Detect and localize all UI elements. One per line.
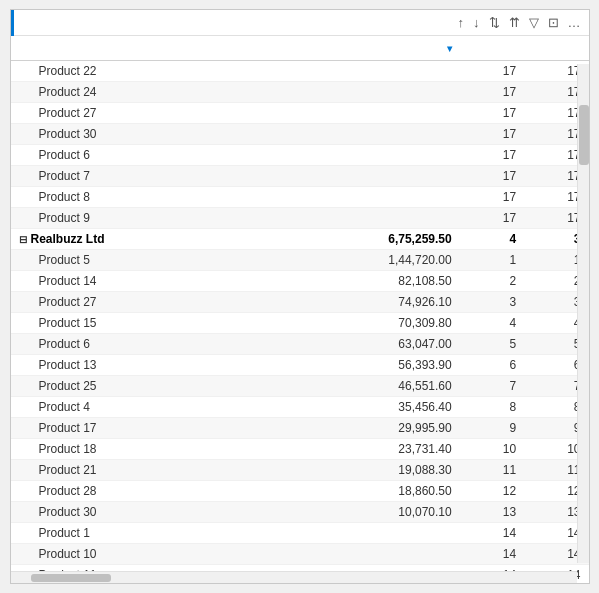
scroll-thumb[interactable] xyxy=(579,105,589,165)
table-row: Product 91717 xyxy=(11,208,589,229)
table-row: Product 1823,731.401010 xyxy=(11,439,589,460)
table-row: Product 71717 xyxy=(11,166,589,187)
table-visual: ↑ ↓ ⇅ ⇈ ▽ ⊡ … ▾ Product 221717Product 2 xyxy=(10,9,590,584)
ranking-wrong-cell: 13 xyxy=(460,502,524,523)
ranking-wrong-cell: 7 xyxy=(460,376,524,397)
col-territory[interactable] xyxy=(11,36,235,61)
sort-desc-icon[interactable]: ↓ xyxy=(471,14,482,31)
table-scroll-container[interactable]: ▾ Product 221717Product 241717Product 27… xyxy=(11,36,589,583)
ranking-wrong-cell: 17 xyxy=(460,208,524,229)
table-row: Product 101414 xyxy=(11,544,589,565)
total-sales-cell: 6,75,259.50 xyxy=(234,229,459,250)
territory-cell: Product 25 xyxy=(11,376,235,397)
total-sales-cell xyxy=(234,166,459,187)
total-sales-cell xyxy=(234,544,459,565)
total-sales-cell xyxy=(234,124,459,145)
layout-icon[interactable]: ⊡ xyxy=(546,14,561,31)
territory-cell: Product 6 xyxy=(11,145,235,166)
table-row: Product 2546,551.6077 xyxy=(11,376,589,397)
territory-cell: Product 30 xyxy=(11,124,235,145)
territory-cell: Product 28 xyxy=(11,481,235,502)
ranking-wrong-cell: 17 xyxy=(460,166,524,187)
territory-cell: Product 27 xyxy=(11,103,235,124)
toolbar: ↑ ↓ ⇅ ⇈ ▽ ⊡ … xyxy=(11,10,589,36)
territory-cell: Product 9 xyxy=(11,208,235,229)
table-row: Product 11414 xyxy=(11,523,589,544)
territory-cell: Product 24 xyxy=(11,82,235,103)
table-row: Product 2818,860.501212 xyxy=(11,481,589,502)
territory-cell: Product 22 xyxy=(11,61,235,82)
total-sales-cell xyxy=(234,61,459,82)
territory-cell: Product 18 xyxy=(11,439,235,460)
table-row: Product 663,047.0055 xyxy=(11,334,589,355)
ranking-wrong-cell: 17 xyxy=(460,103,524,124)
ranking-wrong-cell: 8 xyxy=(460,397,524,418)
territory-cell: Product 13 xyxy=(11,355,235,376)
table-row: Product 1356,393.9066 xyxy=(11,355,589,376)
horizontal-scrollbar[interactable] xyxy=(11,571,577,583)
collapse-icon[interactable]: ⊟ xyxy=(19,234,27,245)
col-ranking-right[interactable] xyxy=(524,36,588,61)
ranking-wrong-cell: 10 xyxy=(460,439,524,460)
table-row: Product 1570,309.8044 xyxy=(11,313,589,334)
total-sales-cell: 23,731.40 xyxy=(234,439,459,460)
ranking-wrong-cell: 6 xyxy=(460,355,524,376)
territory-cell: Product 4 xyxy=(11,397,235,418)
total-sales-cell: 1,44,720.00 xyxy=(234,250,459,271)
table-row: Product 241717 xyxy=(11,82,589,103)
territory-cell: Product 1 xyxy=(11,523,235,544)
ranking-wrong-cell: 14 xyxy=(460,544,524,565)
col-ranking-wrong[interactable] xyxy=(460,36,524,61)
territory-cell: Product 21 xyxy=(11,460,235,481)
total-sales-cell xyxy=(234,523,459,544)
table-header-row: ▾ xyxy=(11,36,589,61)
sort-asc-icon[interactable]: ↑ xyxy=(456,14,467,31)
total-sales-cell: 63,047.00 xyxy=(234,334,459,355)
table-row: Product 435,456.4088 xyxy=(11,397,589,418)
ranking-wrong-cell: 4 xyxy=(460,229,524,250)
table-row: Product 221717 xyxy=(11,61,589,82)
ranking-wrong-cell: 4 xyxy=(460,313,524,334)
ranking-wrong-cell: 12 xyxy=(460,481,524,502)
sort-indicator: ▾ xyxy=(447,43,452,54)
table-row: Product 3010,070.101313 xyxy=(11,502,589,523)
total-sales-cell: 46,551.60 xyxy=(234,376,459,397)
ranking-wrong-cell: 1 xyxy=(460,250,524,271)
territory-cell: Product 17 xyxy=(11,418,235,439)
expand-icon[interactable]: ⇈ xyxy=(507,14,522,31)
table-row: Product 1729,995.9099 xyxy=(11,418,589,439)
territory-cell: Product 10 xyxy=(11,544,235,565)
table-row: Product 2119,088.301111 xyxy=(11,460,589,481)
ranking-wrong-cell: 17 xyxy=(460,145,524,166)
table-row: Product 2774,926.1033 xyxy=(11,292,589,313)
col-total-sales[interactable]: ▾ xyxy=(234,36,459,61)
territory-cell: Product 6 xyxy=(11,334,235,355)
total-sales-cell: 35,456.40 xyxy=(234,397,459,418)
table-row: Product 51,44,720.0011 xyxy=(11,250,589,271)
table-row: ⊟Realbuzz Ltd6,75,259.5043 xyxy=(11,229,589,250)
total-sales-cell xyxy=(234,208,459,229)
ranking-wrong-cell: 11 xyxy=(460,460,524,481)
total-sales-cell: 70,309.80 xyxy=(234,313,459,334)
data-table: ▾ Product 221717Product 241717Product 27… xyxy=(11,36,589,583)
horizontal-scroll-thumb[interactable] xyxy=(31,574,111,582)
total-sales-cell: 82,108.50 xyxy=(234,271,459,292)
filter-icon[interactable]: ▽ xyxy=(527,14,541,31)
territory-cell: Product 27 xyxy=(11,292,235,313)
ranking-wrong-cell: 14 xyxy=(460,523,524,544)
total-sales-cell xyxy=(234,187,459,208)
ranking-wrong-cell: 2 xyxy=(460,271,524,292)
table-row: Product 1482,108.5022 xyxy=(11,271,589,292)
ranking-wrong-cell: 17 xyxy=(460,61,524,82)
total-sales-cell: 74,926.10 xyxy=(234,292,459,313)
total-sales-cell: 19,088.30 xyxy=(234,460,459,481)
ranking-wrong-cell: 17 xyxy=(460,124,524,145)
table-row: Product 81717 xyxy=(11,187,589,208)
ranking-wrong-cell: 17 xyxy=(460,187,524,208)
sort-both-icon[interactable]: ⇅ xyxy=(487,14,502,31)
more-icon[interactable]: … xyxy=(566,14,583,31)
vertical-scrollbar[interactable] xyxy=(577,64,589,563)
total-sales-cell xyxy=(234,103,459,124)
territory-cell: Product 15 xyxy=(11,313,235,334)
territory-cell: Product 7 xyxy=(11,166,235,187)
